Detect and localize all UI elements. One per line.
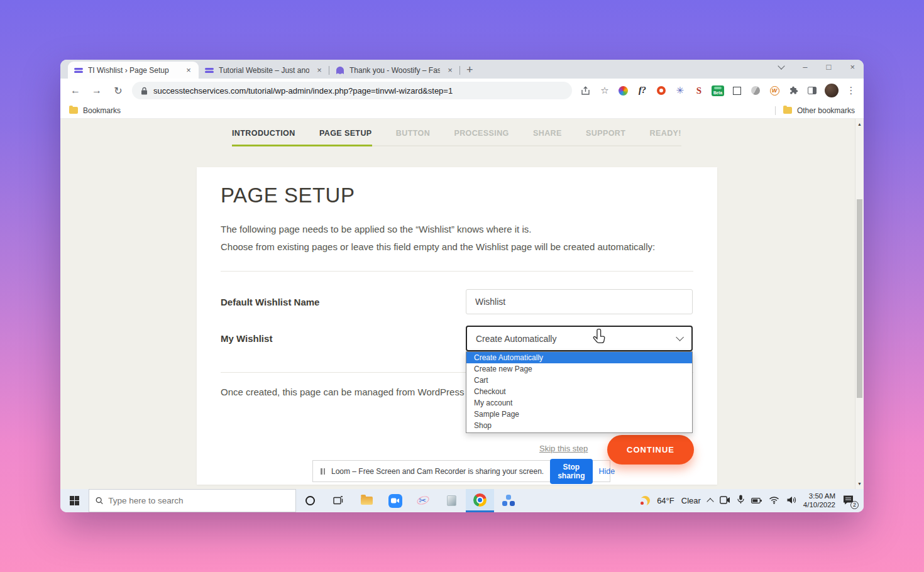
wizard-tab-support[interactable]: SUPPORT: [586, 129, 625, 138]
option-checkout[interactable]: Checkout: [466, 386, 692, 397]
wishlist-page-dropdown: Create Automatically Create new Page Car…: [466, 351, 693, 433]
wizard-tab-share[interactable]: SHARE: [533, 129, 562, 138]
tab-close-icon[interactable]: ×: [184, 65, 194, 75]
page-content: INTRODUCTION PAGE SETUP BUTTON PROCESSIN…: [60, 119, 864, 489]
wishlist-page-select[interactable]: Create Automatically: [466, 326, 693, 351]
option-my-account[interactable]: My account: [466, 397, 692, 409]
loom-sharing-bar: Loom – Free Screen and Cam Recorder is s…: [312, 460, 610, 482]
ext-onepassword-icon[interactable]: [655, 84, 668, 97]
ext-function-icon[interactable]: f?: [636, 84, 649, 97]
file-explorer-button[interactable]: [353, 489, 381, 512]
screenshot-frame-icon[interactable]: [730, 84, 743, 97]
time-text: 3:50 AM: [803, 492, 835, 501]
page-scrollbar[interactable]: ▲ ▼: [855, 119, 864, 489]
reload-button[interactable]: ↻: [111, 85, 126, 97]
tab-thank-you[interactable]: Thank you - Woostify – Fast & F ×: [329, 62, 460, 79]
tray-expand-icon[interactable]: [707, 498, 713, 505]
tab-close-icon[interactable]: ×: [445, 65, 455, 75]
wizard-tab-introduction[interactable]: INTRODUCTION: [232, 129, 295, 138]
toolbar-icons: ☆ f? ✳ S Beta W ⋮: [578, 84, 857, 97]
zoom-app-icon: [388, 494, 402, 508]
weather-description[interactable]: Clear: [681, 496, 701, 505]
wizard-tab-button[interactable]: BUTTON: [396, 129, 430, 138]
wizard-card: PAGE SETUP The following page needs to b…: [197, 167, 717, 485]
share-icon[interactable]: [580, 84, 592, 97]
weather-clear-night-icon[interactable]: [641, 496, 650, 505]
notification-badge: 2: [850, 501, 859, 509]
wizard-tab-ready[interactable]: READY!: [650, 129, 681, 138]
divider: [221, 271, 693, 272]
clock[interactable]: 3:50 AM 4/10/2022: [803, 492, 835, 509]
wordpress-icon[interactable]: W: [768, 84, 781, 97]
minimize-button[interactable]: –: [803, 62, 807, 72]
tutorial-favicon-icon: [205, 66, 214, 75]
tab-close-icon[interactable]: ×: [314, 65, 324, 75]
microphone-icon[interactable]: [737, 495, 744, 507]
chrome-button[interactable]: [466, 489, 494, 512]
windows-logo-icon: [70, 496, 80, 506]
wishlist-name-input[interactable]: [466, 289, 693, 314]
scroll-down-icon[interactable]: ▼: [855, 481, 864, 486]
bookmarks-folder[interactable]: Bookmarks: [83, 106, 121, 115]
browser-tab-strip: TI Wishlist › Page Setup × Tutorial Webs…: [60, 60, 864, 79]
side-panel-icon[interactable]: [806, 84, 818, 97]
blue-app-button[interactable]: [494, 489, 522, 512]
ext-beta-badge-icon[interactable]: Beta: [712, 85, 724, 96]
option-create-new-page[interactable]: Create new Page: [466, 363, 692, 375]
zoom-app-button[interactable]: [381, 489, 409, 512]
forward-button[interactable]: →: [89, 85, 104, 96]
snipping-tool-button[interactable]: ✂: [409, 489, 437, 512]
cortana-button[interactable]: [296, 489, 324, 512]
extensions-puzzle-icon[interactable]: [787, 84, 800, 97]
my-wishlist-label: My Wishlist: [221, 333, 272, 344]
tab-title: Thank you - Woostify – Fast & F: [349, 66, 440, 75]
stop-sharing-button[interactable]: Stop sharing: [550, 459, 592, 484]
address-bar[interactable]: successtechservices.com/tutorial/wp-admi…: [132, 82, 572, 99]
mouse-cursor-icon: [593, 329, 606, 346]
scrollbar-thumb[interactable]: [857, 199, 862, 398]
bookmarks-divider: [775, 106, 776, 115]
option-shop[interactable]: Shop: [466, 420, 692, 431]
hide-link[interactable]: Hide: [599, 467, 615, 476]
restore-button[interactable]: □: [827, 62, 832, 72]
notification-center-button[interactable]: 2: [842, 495, 857, 507]
weather-temperature[interactable]: 64°F: [657, 496, 674, 505]
start-button[interactable]: [60, 489, 89, 512]
tab-search-icon[interactable]: [778, 62, 785, 69]
taskbar-search[interactable]: [89, 489, 296, 512]
browser-menu-icon[interactable]: ⋮: [845, 84, 857, 97]
close-window-button[interactable]: ×: [850, 62, 855, 72]
new-tab-button[interactable]: +: [466, 64, 473, 75]
ext-gray-circle-icon[interactable]: [749, 84, 762, 97]
woostify-favicon-icon: [336, 66, 344, 75]
wordpad-button[interactable]: [437, 489, 466, 512]
volume-icon[interactable]: [786, 495, 796, 507]
task-view-button[interactable]: [324, 489, 353, 512]
ext-flower-icon[interactable]: ✳: [674, 84, 686, 97]
tab-ti-wishlist[interactable]: TI Wishlist › Page Setup ×: [68, 62, 199, 79]
ext-s-icon[interactable]: S: [693, 84, 705, 97]
bookmark-star-icon[interactable]: ☆: [598, 84, 611, 97]
battery-icon[interactable]: [751, 495, 762, 507]
ext-colorwheel-icon[interactable]: [617, 84, 630, 97]
back-button[interactable]: ←: [68, 85, 83, 96]
meet-now-icon[interactable]: [720, 495, 730, 507]
url-text: successtechservices.com/tutorial/wp-admi…: [153, 86, 453, 96]
option-create-automatically[interactable]: Create Automatically: [466, 352, 692, 363]
wizard-step-nav: INTRODUCTION PAGE SETUP BUTTON PROCESSIN…: [232, 129, 681, 146]
date-text: 4/10/2022: [803, 501, 835, 510]
profile-avatar[interactable]: [825, 84, 839, 97]
tab-tutorial-website[interactable]: Tutorial Website – Just another W ×: [199, 62, 329, 79]
option-sample-page[interactable]: Sample Page: [466, 409, 692, 420]
scroll-up-icon[interactable]: ▲: [855, 122, 864, 126]
bookmarks-bar: Bookmarks Other bookmarks: [60, 102, 864, 119]
continue-button[interactable]: CONTINUE: [607, 435, 694, 465]
option-cart[interactable]: Cart: [466, 375, 692, 386]
search-input[interactable]: [108, 496, 289, 505]
skip-step-link[interactable]: Skip this step: [539, 444, 588, 453]
wifi-icon[interactable]: [769, 495, 779, 507]
snipping-tool-icon: ✂: [416, 495, 431, 507]
other-bookmarks[interactable]: Other bookmarks: [797, 106, 855, 115]
wizard-tab-processing[interactable]: PROCESSING: [454, 129, 509, 138]
wizard-tab-page-setup[interactable]: PAGE SETUP: [319, 129, 372, 138]
